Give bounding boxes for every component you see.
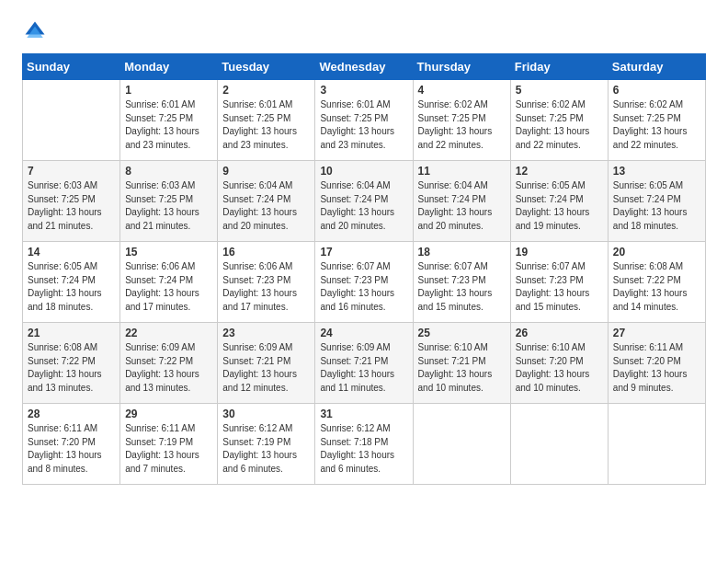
day-info: Sunrise: 6:08 AM Sunset: 7:22 PM Dayligh… bbox=[613, 260, 700, 314]
header-friday: Friday bbox=[510, 54, 608, 80]
day-cell bbox=[608, 404, 705, 485]
day-number: 21 bbox=[28, 327, 115, 339]
header-sunday: Sunday bbox=[23, 54, 120, 80]
day-info: Sunrise: 6:12 AM Sunset: 7:19 PM Dayligh… bbox=[222, 422, 310, 476]
day-cell: 1Sunrise: 6:01 AM Sunset: 7:25 PM Daylig… bbox=[120, 80, 218, 161]
day-info: Sunrise: 6:06 AM Sunset: 7:24 PM Dayligh… bbox=[125, 260, 212, 314]
day-cell: 27Sunrise: 6:11 AM Sunset: 7:20 PM Dayli… bbox=[608, 323, 705, 404]
day-info: Sunrise: 6:05 AM Sunset: 7:24 PM Dayligh… bbox=[516, 179, 603, 233]
day-number: 6 bbox=[613, 84, 700, 97]
day-number: 3 bbox=[320, 84, 407, 97]
day-number: 13 bbox=[613, 165, 700, 178]
header-thursday: Thursday bbox=[413, 54, 510, 80]
day-cell: 9Sunrise: 6:04 AM Sunset: 7:24 PM Daylig… bbox=[218, 161, 315, 242]
day-info: Sunrise: 6:08 AM Sunset: 7:22 PM Dayligh… bbox=[28, 341, 115, 395]
day-cell: 24Sunrise: 6:09 AM Sunset: 7:21 PM Dayli… bbox=[315, 323, 413, 404]
day-number: 22 bbox=[125, 327, 212, 339]
day-number: 17 bbox=[320, 246, 407, 259]
day-info: Sunrise: 6:11 AM Sunset: 7:20 PM Dayligh… bbox=[28, 422, 115, 476]
day-cell: 23Sunrise: 6:09 AM Sunset: 7:21 PM Dayli… bbox=[218, 323, 315, 404]
day-info: Sunrise: 6:01 AM Sunset: 7:25 PM Dayligh… bbox=[320, 98, 407, 152]
day-info: Sunrise: 6:02 AM Sunset: 7:25 PM Dayligh… bbox=[418, 98, 506, 152]
logo bbox=[22, 18, 51, 44]
header-row: SundayMondayTuesdayWednesdayThursdayFrid… bbox=[23, 54, 706, 80]
day-info: Sunrise: 6:10 AM Sunset: 7:21 PM Dayligh… bbox=[418, 341, 506, 395]
day-info: Sunrise: 6:01 AM Sunset: 7:25 PM Dayligh… bbox=[222, 98, 310, 152]
day-cell: 21Sunrise: 6:08 AM Sunset: 7:22 PM Dayli… bbox=[23, 323, 120, 404]
day-number: 20 bbox=[613, 246, 700, 259]
day-number: 28 bbox=[28, 408, 115, 420]
header-tuesday: Tuesday bbox=[218, 54, 315, 80]
day-info: Sunrise: 6:11 AM Sunset: 7:20 PM Dayligh… bbox=[613, 341, 700, 395]
day-cell: 11Sunrise: 6:04 AM Sunset: 7:24 PM Dayli… bbox=[413, 161, 510, 242]
day-cell: 22Sunrise: 6:09 AM Sunset: 7:22 PM Dayli… bbox=[120, 323, 218, 404]
day-info: Sunrise: 6:10 AM Sunset: 7:20 PM Dayligh… bbox=[516, 341, 603, 395]
day-info: Sunrise: 6:07 AM Sunset: 7:23 PM Dayligh… bbox=[418, 260, 506, 314]
day-cell: 28Sunrise: 6:11 AM Sunset: 7:20 PM Dayli… bbox=[23, 404, 120, 485]
day-number: 7 bbox=[28, 165, 115, 178]
day-info: Sunrise: 6:04 AM Sunset: 7:24 PM Dayligh… bbox=[320, 179, 407, 233]
day-number: 19 bbox=[516, 246, 603, 259]
day-cell: 10Sunrise: 6:04 AM Sunset: 7:24 PM Dayli… bbox=[315, 161, 413, 242]
day-cell: 7Sunrise: 6:03 AM Sunset: 7:25 PM Daylig… bbox=[23, 161, 120, 242]
day-cell: 17Sunrise: 6:07 AM Sunset: 7:23 PM Dayli… bbox=[315, 242, 413, 323]
day-number: 11 bbox=[418, 165, 506, 178]
day-info: Sunrise: 6:09 AM Sunset: 7:22 PM Dayligh… bbox=[125, 341, 212, 395]
day-info: Sunrise: 6:01 AM Sunset: 7:25 PM Dayligh… bbox=[125, 98, 212, 152]
day-info: Sunrise: 6:11 AM Sunset: 7:19 PM Dayligh… bbox=[125, 422, 212, 476]
header-saturday: Saturday bbox=[608, 54, 705, 80]
day-number: 29 bbox=[125, 408, 212, 420]
day-cell bbox=[413, 404, 510, 485]
day-cell: 20Sunrise: 6:08 AM Sunset: 7:22 PM Dayli… bbox=[608, 242, 705, 323]
day-number: 24 bbox=[320, 327, 407, 339]
header-wednesday: Wednesday bbox=[315, 54, 413, 80]
day-number: 16 bbox=[222, 246, 310, 259]
day-cell: 14Sunrise: 6:05 AM Sunset: 7:24 PM Dayli… bbox=[23, 242, 120, 323]
day-cell: 4Sunrise: 6:02 AM Sunset: 7:25 PM Daylig… bbox=[413, 80, 510, 161]
day-info: Sunrise: 6:02 AM Sunset: 7:25 PM Dayligh… bbox=[516, 98, 603, 152]
week-row-1: 1Sunrise: 6:01 AM Sunset: 7:25 PM Daylig… bbox=[23, 80, 706, 161]
day-info: Sunrise: 6:06 AM Sunset: 7:23 PM Dayligh… bbox=[222, 260, 310, 314]
day-cell: 2Sunrise: 6:01 AM Sunset: 7:25 PM Daylig… bbox=[218, 80, 315, 161]
day-cell: 3Sunrise: 6:01 AM Sunset: 7:25 PM Daylig… bbox=[315, 80, 413, 161]
day-info: Sunrise: 6:05 AM Sunset: 7:24 PM Dayligh… bbox=[28, 260, 115, 314]
day-number: 9 bbox=[222, 165, 310, 178]
page-header bbox=[22, 18, 706, 44]
day-info: Sunrise: 6:07 AM Sunset: 7:23 PM Dayligh… bbox=[320, 260, 407, 314]
day-info: Sunrise: 6:12 AM Sunset: 7:18 PM Dayligh… bbox=[320, 422, 407, 476]
header-monday: Monday bbox=[120, 54, 218, 80]
day-info: Sunrise: 6:04 AM Sunset: 7:24 PM Dayligh… bbox=[418, 179, 506, 233]
week-row-4: 21Sunrise: 6:08 AM Sunset: 7:22 PM Dayli… bbox=[23, 323, 706, 404]
day-cell: 18Sunrise: 6:07 AM Sunset: 7:23 PM Dayli… bbox=[413, 242, 510, 323]
day-cell: 15Sunrise: 6:06 AM Sunset: 7:24 PM Dayli… bbox=[120, 242, 218, 323]
day-number: 15 bbox=[125, 246, 212, 259]
day-number: 26 bbox=[516, 327, 603, 339]
day-number: 8 bbox=[125, 165, 212, 178]
day-number: 25 bbox=[418, 327, 506, 339]
day-info: Sunrise: 6:09 AM Sunset: 7:21 PM Dayligh… bbox=[320, 341, 407, 395]
day-number: 18 bbox=[418, 246, 506, 259]
day-cell bbox=[510, 404, 608, 485]
day-info: Sunrise: 6:05 AM Sunset: 7:24 PM Dayligh… bbox=[613, 179, 700, 233]
day-info: Sunrise: 6:07 AM Sunset: 7:23 PM Dayligh… bbox=[516, 260, 603, 314]
day-cell: 6Sunrise: 6:02 AM Sunset: 7:25 PM Daylig… bbox=[608, 80, 705, 161]
day-number: 12 bbox=[516, 165, 603, 178]
day-number: 1 bbox=[125, 84, 212, 97]
day-info: Sunrise: 6:03 AM Sunset: 7:25 PM Dayligh… bbox=[28, 179, 115, 233]
day-cell: 12Sunrise: 6:05 AM Sunset: 7:24 PM Dayli… bbox=[510, 161, 608, 242]
logo-icon bbox=[22, 18, 48, 44]
day-number: 4 bbox=[418, 84, 506, 97]
day-number: 27 bbox=[613, 327, 700, 339]
week-row-3: 14Sunrise: 6:05 AM Sunset: 7:24 PM Dayli… bbox=[23, 242, 706, 323]
day-cell: 13Sunrise: 6:05 AM Sunset: 7:24 PM Dayli… bbox=[608, 161, 705, 242]
day-info: Sunrise: 6:04 AM Sunset: 7:24 PM Dayligh… bbox=[222, 179, 310, 233]
day-number: 2 bbox=[222, 84, 310, 97]
day-cell: 29Sunrise: 6:11 AM Sunset: 7:19 PM Dayli… bbox=[120, 404, 218, 485]
day-number: 5 bbox=[516, 84, 603, 97]
week-row-2: 7Sunrise: 6:03 AM Sunset: 7:25 PM Daylig… bbox=[23, 161, 706, 242]
day-cell: 25Sunrise: 6:10 AM Sunset: 7:21 PM Dayli… bbox=[413, 323, 510, 404]
day-number: 30 bbox=[222, 408, 310, 420]
day-number: 14 bbox=[28, 246, 115, 259]
day-cell: 31Sunrise: 6:12 AM Sunset: 7:18 PM Dayli… bbox=[315, 404, 413, 485]
day-info: Sunrise: 6:09 AM Sunset: 7:21 PM Dayligh… bbox=[222, 341, 310, 395]
